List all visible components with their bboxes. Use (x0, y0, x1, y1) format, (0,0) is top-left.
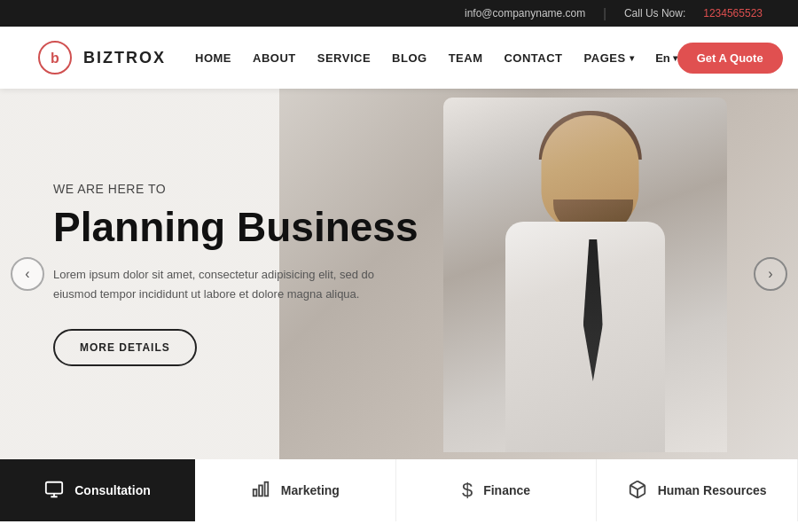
top-bar: info@companyname.com | Call Us Now: 1234… (0, 0, 798, 27)
nav-home[interactable]: HOME (195, 51, 231, 65)
nav-pages[interactable]: PAGES ▾ (584, 51, 635, 65)
marketing-item[interactable]: Marketing (195, 459, 396, 521)
marketing-label: Marketing (281, 483, 340, 497)
divider: | (603, 6, 606, 20)
finance-icon: $ (462, 481, 473, 500)
hero-next-arrow[interactable]: › (754, 257, 787, 291)
hero-description: Lorem ipsum dolor sit amet, consectetur … (53, 265, 399, 304)
svg-rect-6 (264, 481, 268, 496)
logo: b BIZTROX (35, 38, 195, 77)
consultation-icon (44, 480, 64, 502)
marketing-icon (251, 480, 270, 502)
svg-rect-5 (259, 485, 262, 496)
hr-label: Human Resources (658, 483, 767, 497)
svg-rect-4 (254, 489, 257, 496)
finance-label: Finance (483, 483, 530, 497)
hero-content: WE ARE HERE TO Planning Business Lorem i… (0, 182, 419, 367)
consultation-label: Consultation (74, 483, 151, 497)
hero-title: Planning Business (53, 205, 419, 250)
more-details-button[interactable]: MORE DETAILS (53, 329, 197, 366)
nav-about[interactable]: ABOUT (253, 51, 296, 65)
nav-contact[interactable]: CONTACT (504, 51, 562, 65)
svg-text:b: b (51, 51, 59, 66)
consultation-item[interactable]: Consultation (0, 459, 195, 521)
right-arrow-icon: › (768, 266, 772, 282)
logo-icon: b (35, 38, 74, 77)
services-bar: Consultation Marketing $ Finance Human R… (0, 459, 798, 521)
logo-text: BIZTROX (83, 49, 166, 67)
call-label: Call Us Now: (624, 7, 685, 20)
get-quote-button[interactable]: Get A Quote (677, 43, 783, 74)
phone-number: 1234565523 (703, 7, 763, 20)
hero-prev-arrow[interactable]: ‹ (11, 257, 44, 291)
svg-rect-3 (46, 481, 62, 493)
main-nav: HOME ABOUT SERVICE BLOG TEAM CONTACT PAG… (195, 51, 677, 65)
email-address: info@companyname.com (465, 7, 585, 20)
hr-item[interactable]: Human Resources (597, 459, 798, 521)
left-arrow-icon: ‹ (25, 266, 29, 282)
header: b BIZTROX HOME ABOUT SERVICE BLOG TEAM C… (0, 27, 798, 89)
nav-language[interactable]: En ▾ (655, 51, 677, 65)
nav-service[interactable]: SERVICE (317, 51, 371, 65)
nav-team[interactable]: TEAM (449, 51, 483, 65)
hr-icon (628, 480, 647, 502)
chevron-down-icon: ▾ (630, 53, 635, 63)
nav-blog[interactable]: BLOG (392, 51, 427, 65)
hero-subtitle: WE ARE HERE TO (53, 182, 419, 196)
hero-section: WE ARE HERE TO Planning Business Lorem i… (0, 89, 798, 459)
hero-person-image (443, 98, 727, 452)
finance-item[interactable]: $ Finance (396, 459, 598, 521)
